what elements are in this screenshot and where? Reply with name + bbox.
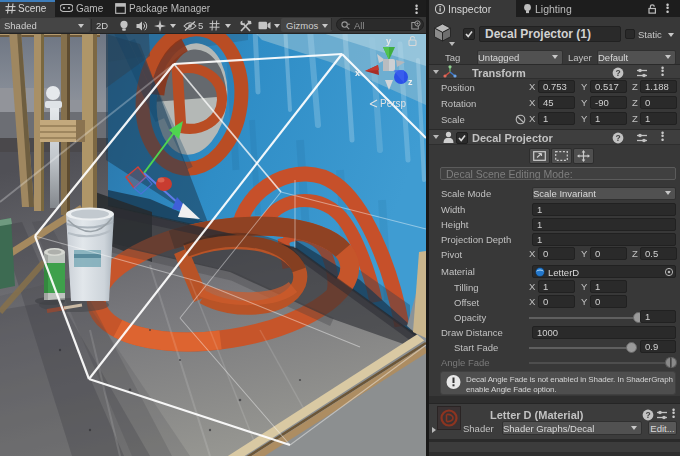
svg-text:Persp: Persp	[380, 98, 407, 109]
svg-text:?: ?	[645, 410, 650, 420]
svg-text:y: y	[386, 36, 391, 46]
svg-text:?: ?	[615, 133, 620, 143]
svg-text:?: ?	[615, 68, 620, 78]
svg-text:z: z	[408, 77, 413, 87]
svg-text:x: x	[355, 68, 360, 78]
